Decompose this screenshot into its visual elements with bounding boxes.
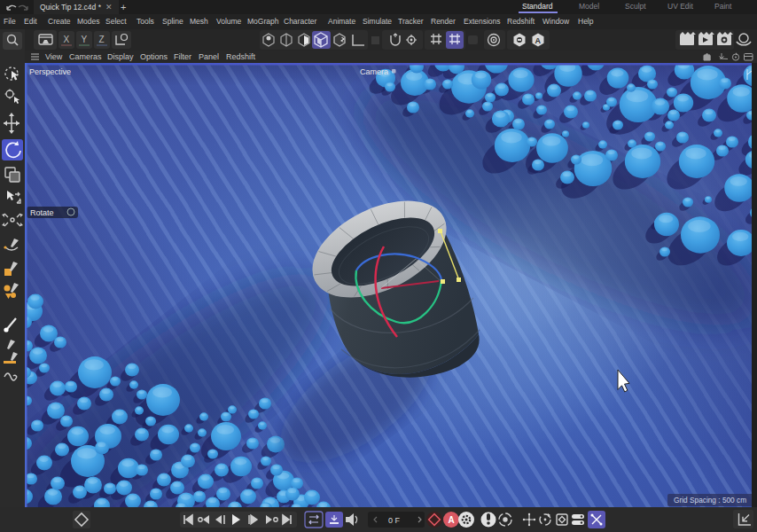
svg-text:A: A [535,36,542,45]
svg-text:Z: Z [99,35,105,44]
svg-text:A: A [449,515,455,525]
svg-text:Display: Display [107,52,134,61]
svg-text:Redshift: Redshift [226,52,256,61]
svg-text:Panel: Panel [199,52,219,61]
svg-text:Filter: Filter [174,52,191,61]
svg-text:0 F: 0 F [388,516,401,525]
svg-text:X: X [64,35,70,44]
svg-text:Grid Spacing : 500 cm: Grid Spacing : 500 cm [674,496,746,505]
svg-text:Rotate: Rotate [30,208,54,217]
svg-text:Y: Y [82,35,88,44]
svg-text:View: View [45,52,63,61]
svg-text:Cameras: Cameras [69,52,102,61]
svg-text:Perspective: Perspective [29,67,71,76]
svg-text:Options: Options [140,52,168,61]
svg-text:Camera: Camera [360,67,388,76]
